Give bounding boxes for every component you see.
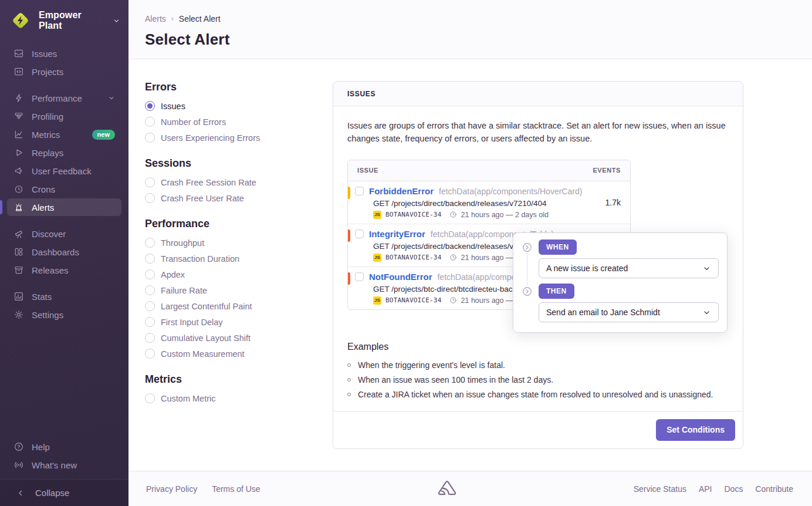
radio-button[interactable] xyxy=(145,101,155,111)
org-logo-icon xyxy=(9,9,32,32)
example-text: Create a JIRA ticket when an issue chang… xyxy=(358,390,713,399)
option-transaction-duration[interactable]: Transaction Duration xyxy=(145,254,333,264)
sidebar-item-label: Issues xyxy=(32,49,57,59)
org-switcher[interactable]: Empower Plant xyxy=(0,0,128,42)
sidebar-item-performance[interactable]: Performance xyxy=(7,89,121,107)
then-action-select[interactable]: Send an email to Jane Schmidt xyxy=(539,302,719,322)
sidebar-item-profiling[interactable]: Profiling xyxy=(7,107,121,125)
issue-title-link[interactable]: IntegrityError xyxy=(369,229,425,239)
contribute-link[interactable]: Contribute xyxy=(755,484,793,494)
bullet-icon xyxy=(347,363,351,367)
chevron-right-icon: › xyxy=(171,15,174,23)
sidebar-item-user-feedback[interactable]: User Feedback xyxy=(7,162,121,180)
chevron-right-circle-icon xyxy=(522,242,533,253)
option-failure-rate[interactable]: Failure Rate xyxy=(145,285,333,295)
radio-button[interactable] xyxy=(145,133,155,143)
docs-link[interactable]: Docs xyxy=(725,484,743,494)
sidebar-item-label: Projects xyxy=(32,67,63,77)
radio-button[interactable] xyxy=(145,333,155,343)
when-condition-select[interactable]: A new issue is created xyxy=(539,258,719,278)
sidebar-item-stats[interactable]: Stats xyxy=(7,288,121,305)
sentry-logo-icon xyxy=(260,480,634,497)
when-condition-value: A new issue is created xyxy=(546,264,628,273)
profiling-icon xyxy=(13,111,24,122)
option-first-input-delay[interactable]: First Input Delay xyxy=(145,317,333,327)
option-users-experiencing-errors[interactable]: Users Experiencing Errors xyxy=(145,133,333,143)
privacy-policy-link[interactable]: Privacy Policy xyxy=(146,484,197,494)
sidebar-item-metrics[interactable]: Metrics new xyxy=(7,126,121,143)
releases-icon xyxy=(13,265,24,275)
main-area: Alerts › Select Alert Select Alert Error… xyxy=(128,0,812,506)
issue-level-indicator xyxy=(348,187,350,199)
replays-icon xyxy=(13,147,24,158)
sidebar-item-label: Alerts xyxy=(32,203,54,212)
sidebar-item-releases[interactable]: Releases xyxy=(7,261,121,279)
javascript-platform-icon: JS xyxy=(373,296,381,305)
radio-button[interactable] xyxy=(145,317,155,327)
chevron-down-icon xyxy=(702,308,711,317)
terms-of-use-link[interactable]: Terms of Use xyxy=(212,484,260,494)
option-cumulative-layout-shift[interactable]: Cumulative Layout Shift xyxy=(145,333,333,343)
set-conditions-button[interactable]: Set Conditions xyxy=(656,419,735,441)
bullet-icon xyxy=(347,393,351,396)
option-custom-metric[interactable]: Custom Metric xyxy=(145,393,333,403)
radio-button[interactable] xyxy=(145,177,155,187)
sidebar-item-label: Performance xyxy=(32,93,82,103)
issue-title-link[interactable]: ForbiddenError xyxy=(369,186,434,196)
sidebar-item-help[interactable]: ? Help xyxy=(7,438,121,456)
radio-button[interactable] xyxy=(145,117,155,127)
examples-title: Examples xyxy=(347,342,729,352)
sidebar-collapse-button[interactable]: Collapse xyxy=(0,479,128,506)
radio-button[interactable] xyxy=(145,285,155,295)
issue-checkbox[interactable] xyxy=(355,272,364,281)
option-crash-free-user-rate[interactable]: Crash Free User Rate xyxy=(145,193,333,203)
option-number-of-errors[interactable]: Number of Errors xyxy=(145,117,333,127)
sidebar-item-crons[interactable]: Crons xyxy=(7,180,121,198)
issue-level-indicator xyxy=(348,230,350,242)
issue-checkbox[interactable] xyxy=(355,187,364,195)
issue-checkbox[interactable] xyxy=(355,230,364,238)
broadcast-icon xyxy=(13,460,24,470)
breadcrumb: Alerts › Select Alert xyxy=(145,14,796,23)
radio-button[interactable] xyxy=(145,269,155,279)
issue-title-link[interactable]: NotFoundError xyxy=(369,272,432,282)
table-row: ForbiddenError fetchData(app/components/… xyxy=(348,181,630,224)
option-crash-free-session-rate[interactable]: Crash Free Session Rate xyxy=(145,177,333,187)
projects-icon xyxy=(13,66,24,77)
option-custom-measurement[interactable]: Custom Measurement xyxy=(145,349,333,359)
radio-button[interactable] xyxy=(145,301,155,311)
sidebar-item-issues[interactable]: Issues xyxy=(7,45,121,62)
radio-button[interactable] xyxy=(145,238,155,248)
api-link[interactable]: API xyxy=(699,484,712,494)
sidebar-nav: Issues Projects Performance Profiling Me… xyxy=(0,42,128,332)
option-issues[interactable]: Issues xyxy=(145,101,333,111)
option-apdex[interactable]: Apdex xyxy=(145,269,333,279)
radio-button[interactable] xyxy=(145,349,155,359)
sidebar-item-replays[interactable]: Replays xyxy=(7,144,121,161)
sidebar-item-dashboards[interactable]: Dashboards xyxy=(7,243,121,261)
panel-header: ISSUES xyxy=(333,82,743,106)
panel-description: Issues are groups of errors that have a … xyxy=(347,119,729,146)
option-largest-contentful-paint[interactable]: Largest Contentful Paint xyxy=(145,301,333,311)
radio-button[interactable] xyxy=(145,393,155,403)
issue-culprit: GET /projects/direct/backend/releases/v7… xyxy=(373,199,590,208)
help-icon: ? xyxy=(13,441,24,452)
page-footer: Privacy Policy Terms of Use Service Stat… xyxy=(128,471,812,506)
javascript-platform-icon: JS xyxy=(373,254,381,262)
org-name: Empower Plant xyxy=(39,10,105,31)
issue-level-indicator xyxy=(348,272,350,285)
option-throughput[interactable]: Throughput xyxy=(145,238,333,248)
radio-button[interactable] xyxy=(145,254,155,264)
sidebar-item-settings[interactable]: Settings xyxy=(7,306,121,323)
column-header-events: EVENTS xyxy=(593,167,621,174)
sidebar-item-discover[interactable]: Discover xyxy=(7,225,121,242)
clock-icon xyxy=(449,296,457,304)
radio-button[interactable] xyxy=(145,193,155,203)
group-title: Performance xyxy=(145,218,333,230)
service-status-link[interactable]: Service Status xyxy=(634,484,686,494)
breadcrumb-alerts-link[interactable]: Alerts xyxy=(145,14,166,23)
sidebar-item-alerts[interactable]: Alerts xyxy=(7,198,121,216)
sidebar-bottom: ? Help What's new Collapse xyxy=(0,437,128,506)
sidebar-item-projects[interactable]: Projects xyxy=(7,63,121,80)
sidebar-item-whats-new[interactable]: What's new xyxy=(7,456,121,474)
